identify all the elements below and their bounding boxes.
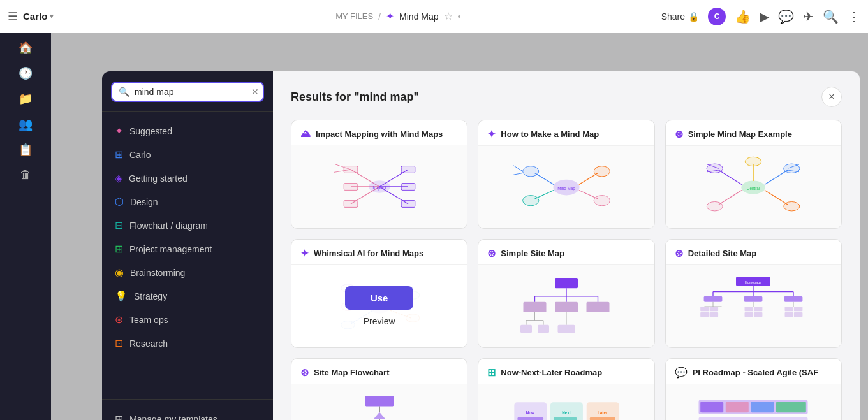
svg-text:Next: Next <box>562 410 571 415</box>
main-layout: 🏠 🕐 📁 👥 📋 🗑 🔍 ✕ ✦ Suggested⊞ Carlo◈ Gett… <box>0 33 868 420</box>
template-card-detailed-site-map[interactable]: ⊛ Detailed Site Map Homepage <box>665 239 842 348</box>
manage-templates-label: Manage my templates <box>129 414 217 421</box>
nav-icon-research: ⊡ <box>115 337 123 349</box>
template-icon-site-map-flowchart: ⊛ <box>300 366 309 379</box>
svg-rect-63 <box>555 301 578 312</box>
manage-templates-item[interactable]: ⊞ Manage my templates <box>102 407 273 420</box>
search-nav-item-team-ops[interactable]: ⊛ Team ops <box>102 308 273 331</box>
sidebar-files-icon[interactable]: 📁 <box>18 92 33 106</box>
comment-icon[interactable]: 💬 <box>778 9 794 24</box>
sidebar-trash-icon[interactable]: 🗑 <box>20 168 31 182</box>
template-thumb-detailed-site-map: Homepage <box>666 264 841 347</box>
svg-rect-86 <box>710 307 719 311</box>
search-nav-item-flowchart[interactable]: ⊟ Flowchart / diagram <box>102 214 273 237</box>
svg-rect-96 <box>794 307 803 311</box>
template-icon-detailed-site-map: ⊛ <box>675 247 683 259</box>
svg-rect-56 <box>555 278 578 288</box>
svg-rect-87 <box>701 312 710 317</box>
svg-rect-117 <box>590 417 615 420</box>
svg-rect-113 <box>554 417 577 420</box>
favorite-icon[interactable]: ☆ <box>444 10 453 22</box>
template-hover-overlay: Use Preview <box>291 265 467 347</box>
template-header-simple-example: ⊛ Simple Mind Map Example <box>666 120 841 145</box>
template-card-simple-example[interactable]: ⊛ Simple Mind Map Example Central <box>665 120 842 229</box>
status-dot-icon: • <box>458 11 461 22</box>
template-label-whimsical-ai: Whimsical AI for Mind Maps <box>314 249 423 258</box>
template-header-simple-site-map: ⊛ Simple Site Map <box>478 240 654 264</box>
sidebar-recent-icon[interactable]: 🕐 <box>18 66 33 80</box>
template-card-simple-site-map[interactable]: ⊛ Simple Site Map <box>478 239 654 348</box>
manage-templates-icon: ⊞ <box>115 413 123 420</box>
svg-text:Central: Central <box>747 185 760 190</box>
search-nav-item-research[interactable]: ⊡ Research <box>102 331 273 355</box>
template-header-now-next-later: ⊞ Now-Next-Later Roadmap <box>478 359 654 384</box>
svg-rect-88 <box>710 312 719 317</box>
template-icon-simple-example: ⊛ <box>675 128 683 140</box>
nav-label-flowchart: Flowchart / diagram <box>129 221 208 231</box>
nav-icon-project: ⊞ <box>115 243 123 255</box>
results-title: Results for "mind map" <box>291 91 419 104</box>
template-label-impact-mapping: Impact Mapping with Mind Maps <box>316 129 443 139</box>
avatar-initials: C <box>714 12 720 21</box>
sidebar-team-icon[interactable]: 👥 <box>18 117 33 131</box>
content-area: 🔍 ✕ ✦ Suggested⊞ Carlo◈ Getting started⬡… <box>51 33 868 420</box>
template-card-how-to-make[interactable]: ✦ How to Make a Mind Map Mind Map <box>478 120 654 229</box>
search-nav-item-project[interactable]: ⊞ Project management <box>102 237 273 261</box>
svg-rect-99 <box>365 396 394 406</box>
search-icon[interactable]: 🔍 <box>823 9 839 24</box>
template-card-pi-roadmap[interactable]: 💬 PI Roadmap - Scaled Agile (SAF <box>665 358 842 420</box>
breadcrumb-myfiles[interactable]: MY FILES <box>335 11 373 21</box>
file-name: Mind Map <box>399 11 438 22</box>
svg-rect-80 <box>704 296 723 301</box>
template-grid: ⛰ Impact Mapping with Mind Maps Impact ✦… <box>291 120 842 420</box>
nav-label-team-ops: Team ops <box>129 315 168 325</box>
play-icon[interactable]: ▶ <box>760 9 769 24</box>
topbar: ☰ Carlo ▾ MY FILES / ✦ Mind Map ☆ • Shar… <box>0 0 868 33</box>
nav-label-carlo: Carlo <box>129 150 151 160</box>
thumbs-up-icon[interactable]: 👍 <box>735 9 751 24</box>
template-icon-how-to-make: ✦ <box>487 128 496 140</box>
user-menu[interactable]: Carlo ▾ <box>23 11 54 22</box>
svg-point-35 <box>746 157 761 166</box>
preview-template-button[interactable]: Preview <box>364 316 395 326</box>
search-nav-item-design[interactable]: ⬡ Design <box>102 190 273 214</box>
search-nav-item-suggested[interactable]: ✦ Suggested <box>102 119 273 143</box>
search-input[interactable] <box>135 87 246 97</box>
more-options-icon[interactable]: ⋮ <box>848 9 860 24</box>
avatar[interactable]: C <box>708 8 726 25</box>
svg-rect-11 <box>344 183 358 190</box>
svg-marker-101 <box>374 412 385 419</box>
share-button[interactable]: Share 🔒 <box>661 11 699 22</box>
template-card-impact-mapping[interactable]: ⛰ Impact Mapping with Mind Maps Impact <box>291 120 467 229</box>
template-card-site-map-flowchart[interactable]: ⊛ Site Map Flowchart <box>291 358 467 420</box>
svg-rect-69 <box>520 324 532 333</box>
nav-icon-getting-started: ◈ <box>115 172 122 184</box>
sidebar-home-icon[interactable]: 🏠 <box>18 41 33 55</box>
share-icon[interactable]: ✈ <box>803 9 814 24</box>
svg-rect-81 <box>744 296 763 301</box>
search-box[interactable]: 🔍 ✕ <box>111 82 264 102</box>
hamburger-icon[interactable]: ☰ <box>8 10 18 24</box>
sidebar-template-icon[interactable]: 📋 <box>18 143 33 157</box>
search-nav-item-carlo[interactable]: ⊞ Carlo <box>102 143 273 166</box>
close-button[interactable]: × <box>821 87 842 107</box>
nav-label-strategy: Strategy <box>134 291 167 301</box>
template-thumb-how-to-make: Mind Map <box>478 145 654 228</box>
svg-text:Now: Now <box>526 410 534 415</box>
template-card-whimsical-ai[interactable]: ✦ Whimsical AI for Mind Maps AI Use Prev… <box>291 239 467 348</box>
svg-rect-126 <box>776 402 806 412</box>
template-header-whimsical-ai: ✦ Whimsical AI for Mind Maps <box>291 240 467 264</box>
svg-rect-10 <box>344 166 358 173</box>
search-nav-item-getting-started[interactable]: ◈ Getting started <box>102 166 273 190</box>
user-caret-icon: ▾ <box>50 12 54 20</box>
search-nav-item-strategy[interactable]: 💡 Strategy <box>102 284 273 308</box>
search-nav-item-brainstorming[interactable]: ◉ Brainstorming <box>102 261 273 284</box>
svg-rect-125 <box>751 402 774 412</box>
svg-rect-98 <box>794 312 803 317</box>
clear-search-button[interactable]: ✕ <box>251 87 259 97</box>
template-header-impact-mapping: ⛰ Impact Mapping with Mind Maps <box>291 120 467 145</box>
svg-line-33 <box>765 190 788 205</box>
use-template-button[interactable]: Use <box>345 286 414 310</box>
nav-icon-suggested: ✦ <box>115 125 123 137</box>
template-card-now-next-later[interactable]: ⊞ Now-Next-Later Roadmap Now Next Later <box>478 358 654 420</box>
